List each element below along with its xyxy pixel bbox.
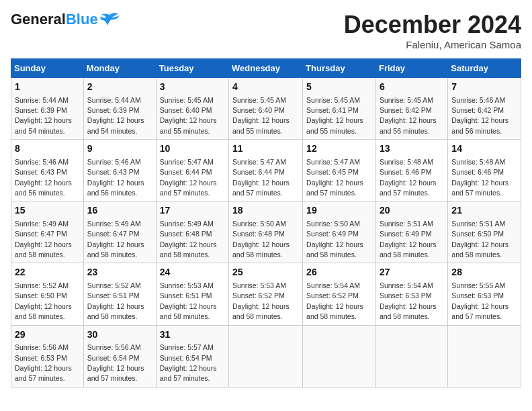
calendar-week-row: 29Sunrise: 5:56 AMSunset: 6:53 PMDayligh… [11, 325, 521, 387]
day-info: Sunrise: 5:46 AMSunset: 6:43 PMDaylight:… [15, 158, 72, 197]
calendar-day-cell: 3Sunrise: 5:45 AMSunset: 6:40 PMDaylight… [156, 78, 228, 140]
day-info: Sunrise: 5:44 AMSunset: 6:39 PMDaylight:… [15, 96, 72, 135]
day-number: 1 [15, 81, 80, 94]
day-info: Sunrise: 5:47 AMSunset: 6:45 PMDaylight:… [306, 158, 363, 197]
calendar-day-cell: 26Sunrise: 5:54 AMSunset: 6:52 PMDayligh… [303, 263, 376, 325]
day-info: Sunrise: 5:49 AMSunset: 6:48 PMDaylight:… [160, 220, 217, 259]
calendar-week-row: 15Sunrise: 5:49 AMSunset: 6:47 PMDayligh… [11, 201, 521, 263]
day-number: 23 [87, 266, 152, 279]
weekday-header: Wednesday [229, 59, 303, 78]
day-number: 2 [87, 81, 152, 94]
day-info: Sunrise: 5:57 AMSunset: 6:54 PMDaylight:… [160, 343, 217, 382]
day-number: 17 [160, 204, 225, 218]
header-row: SundayMondayTuesdayWednesdayThursdayFrid… [11, 59, 521, 78]
logo: GeneralBlue [11, 11, 120, 28]
calendar-table: SundayMondayTuesdayWednesdayThursdayFrid… [11, 58, 521, 387]
calendar-day-cell: 20Sunrise: 5:51 AMSunset: 6:49 PMDayligh… [375, 201, 447, 263]
day-number: 4 [232, 81, 299, 94]
calendar-day-cell: 8Sunrise: 5:46 AMSunset: 6:43 PMDaylight… [11, 140, 84, 201]
title-area: December 2024 Faleniu, American Samoa [344, 11, 521, 50]
calendar-day-cell: 28Sunrise: 5:55 AMSunset: 6:53 PMDayligh… [448, 263, 521, 325]
day-number: 24 [160, 266, 225, 279]
calendar-day-cell: 7Sunrise: 5:46 AMSunset: 6:42 PMDaylight… [448, 78, 521, 140]
day-info: Sunrise: 5:55 AMSunset: 6:53 PMDaylight:… [451, 281, 508, 320]
day-number: 31 [160, 328, 225, 342]
day-info: Sunrise: 5:50 AMSunset: 6:49 PMDaylight:… [306, 220, 363, 259]
day-info: Sunrise: 5:51 AMSunset: 6:50 PMDaylight:… [451, 220, 508, 259]
day-info: Sunrise: 5:51 AMSunset: 6:49 PMDaylight:… [380, 220, 437, 259]
day-info: Sunrise: 5:49 AMSunset: 6:47 PMDaylight:… [15, 220, 72, 259]
weekday-header: Thursday [303, 59, 376, 78]
day-number: 15 [15, 204, 80, 218]
day-number: 10 [160, 142, 225, 156]
day-info: Sunrise: 5:52 AMSunset: 6:50 PMDaylight:… [15, 281, 72, 320]
calendar-day-cell: 22Sunrise: 5:52 AMSunset: 6:50 PMDayligh… [11, 263, 84, 325]
day-number: 5 [306, 81, 372, 94]
day-number: 8 [15, 142, 80, 156]
calendar-week-row: 8Sunrise: 5:46 AMSunset: 6:43 PMDaylight… [11, 140, 521, 201]
day-info: Sunrise: 5:53 AMSunset: 6:52 PMDaylight:… [232, 281, 290, 320]
calendar-day-cell: 31Sunrise: 5:57 AMSunset: 6:54 PMDayligh… [156, 325, 228, 387]
day-number: 3 [160, 81, 225, 94]
day-number: 29 [15, 328, 80, 342]
day-info: Sunrise: 5:56 AMSunset: 6:54 PMDaylight:… [87, 343, 144, 382]
weekday-header: Friday [375, 59, 447, 78]
calendar-week-row: 22Sunrise: 5:52 AMSunset: 6:50 PMDayligh… [11, 263, 521, 325]
day-info: Sunrise: 5:54 AMSunset: 6:53 PMDaylight:… [380, 281, 437, 320]
day-info: Sunrise: 5:44 AMSunset: 6:39 PMDaylight:… [87, 96, 144, 135]
day-number: 12 [306, 142, 372, 156]
day-number: 18 [232, 204, 299, 218]
calendar-day-cell: 30Sunrise: 5:56 AMSunset: 6:54 PMDayligh… [83, 325, 156, 387]
calendar-day-cell [303, 325, 376, 387]
day-info: Sunrise: 5:50 AMSunset: 6:48 PMDaylight:… [232, 220, 290, 259]
calendar-day-cell: 13Sunrise: 5:48 AMSunset: 6:46 PMDayligh… [375, 140, 447, 201]
location-subtitle: Faleniu, American Samoa [344, 39, 521, 50]
calendar-day-cell: 27Sunrise: 5:54 AMSunset: 6:53 PMDayligh… [375, 263, 447, 325]
day-info: Sunrise: 5:53 AMSunset: 6:51 PMDaylight:… [160, 281, 217, 320]
calendar-day-cell: 23Sunrise: 5:52 AMSunset: 6:51 PMDayligh… [83, 263, 156, 325]
day-info: Sunrise: 5:45 AMSunset: 6:42 PMDaylight:… [380, 96, 437, 135]
day-info: Sunrise: 5:46 AMSunset: 6:42 PMDaylight:… [451, 96, 508, 135]
calendar-day-cell: 21Sunrise: 5:51 AMSunset: 6:50 PMDayligh… [448, 201, 521, 263]
day-number: 13 [380, 142, 444, 156]
calendar-day-cell: 4Sunrise: 5:45 AMSunset: 6:40 PMDaylight… [229, 78, 303, 140]
calendar-day-cell: 11Sunrise: 5:47 AMSunset: 6:44 PMDayligh… [229, 140, 303, 201]
weekday-header: Tuesday [156, 59, 228, 78]
calendar-day-cell: 18Sunrise: 5:50 AMSunset: 6:48 PMDayligh… [229, 201, 303, 263]
day-info: Sunrise: 5:45 AMSunset: 6:40 PMDaylight:… [232, 96, 290, 135]
calendar-day-cell: 15Sunrise: 5:49 AMSunset: 6:47 PMDayligh… [11, 201, 84, 263]
day-info: Sunrise: 5:48 AMSunset: 6:46 PMDaylight:… [380, 158, 437, 197]
calendar-day-cell: 10Sunrise: 5:47 AMSunset: 6:44 PMDayligh… [156, 140, 228, 201]
calendar-day-cell [375, 325, 447, 387]
calendar-day-cell: 14Sunrise: 5:48 AMSunset: 6:46 PMDayligh… [448, 140, 521, 201]
calendar-day-cell: 2Sunrise: 5:44 AMSunset: 6:39 PMDaylight… [83, 78, 156, 140]
calendar-day-cell: 16Sunrise: 5:49 AMSunset: 6:47 PMDayligh… [83, 201, 156, 263]
day-info: Sunrise: 5:56 AMSunset: 6:53 PMDaylight:… [15, 343, 72, 382]
calendar-day-cell: 25Sunrise: 5:53 AMSunset: 6:52 PMDayligh… [229, 263, 303, 325]
day-number: 14 [451, 142, 517, 156]
month-title: December 2024 [344, 11, 521, 39]
logo-text: GeneralBlue [11, 11, 98, 28]
day-number: 7 [451, 81, 517, 94]
calendar-day-cell: 9Sunrise: 5:46 AMSunset: 6:43 PMDaylight… [83, 140, 156, 201]
day-info: Sunrise: 5:52 AMSunset: 6:51 PMDaylight:… [87, 281, 144, 320]
page-header: GeneralBlue December 2024 Faleniu, Ameri… [11, 11, 521, 50]
weekday-header: Sunday [11, 59, 84, 78]
calendar-day-cell: 1Sunrise: 5:44 AMSunset: 6:39 PMDaylight… [11, 78, 84, 140]
day-number: 19 [306, 204, 372, 218]
calendar-day-cell: 24Sunrise: 5:53 AMSunset: 6:51 PMDayligh… [156, 263, 228, 325]
calendar-day-cell: 12Sunrise: 5:47 AMSunset: 6:45 PMDayligh… [303, 140, 376, 201]
day-info: Sunrise: 5:49 AMSunset: 6:47 PMDaylight:… [87, 220, 144, 259]
calendar-week-row: 1Sunrise: 5:44 AMSunset: 6:39 PMDaylight… [11, 78, 521, 140]
day-number: 11 [232, 142, 299, 156]
day-number: 25 [232, 266, 299, 279]
calendar-day-cell [448, 325, 521, 387]
day-info: Sunrise: 5:54 AMSunset: 6:52 PMDaylight:… [306, 281, 363, 320]
day-info: Sunrise: 5:45 AMSunset: 6:41 PMDaylight:… [306, 96, 363, 135]
calendar-day-cell [229, 325, 303, 387]
calendar-day-cell: 6Sunrise: 5:45 AMSunset: 6:42 PMDaylight… [375, 78, 447, 140]
day-info: Sunrise: 5:47 AMSunset: 6:44 PMDaylight:… [160, 158, 217, 197]
day-number: 20 [380, 204, 444, 218]
day-number: 9 [87, 142, 152, 156]
day-number: 16 [87, 204, 152, 218]
